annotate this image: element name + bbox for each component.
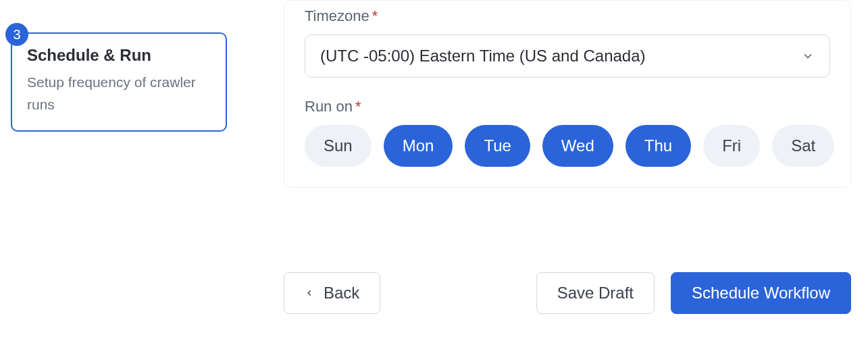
day-selector-row: SunMonTueWedThuFriSat	[305, 125, 830, 167]
schedule-workflow-label: Schedule Workflow	[692, 284, 830, 303]
footer-actions: Back Save Draft Schedule Workflow	[284, 272, 851, 314]
timezone-label: Timezone*	[305, 7, 830, 25]
required-asterisk: *	[372, 7, 378, 24]
day-pill-thu[interactable]: Thu	[626, 125, 691, 167]
step-card-schedule-run[interactable]: 3 Schedule & Run Setup frequency of craw…	[11, 32, 227, 132]
back-button[interactable]: Back	[284, 272, 380, 314]
day-pill-label: Thu	[644, 136, 672, 155]
day-pill-tue[interactable]: Tue	[465, 125, 530, 167]
day-pill-sun[interactable]: Sun	[305, 125, 372, 167]
day-pill-label: Tue	[484, 136, 511, 155]
schedule-form-panel: Timezone* (UTC -05:00) Eastern Time (US …	[284, 0, 851, 188]
run-on-label: Run on*	[305, 98, 830, 115]
save-draft-label: Save Draft	[557, 284, 634, 303]
schedule-workflow-button[interactable]: Schedule Workflow	[671, 272, 851, 314]
step-subtitle: Setup frequency of crawler runs	[27, 72, 211, 115]
chevron-left-icon	[305, 288, 314, 298]
day-pill-fri[interactable]: Fri	[703, 125, 760, 167]
day-pill-wed[interactable]: Wed	[542, 125, 613, 167]
day-pill-label: Sat	[791, 136, 815, 155]
step-title: Schedule & Run	[27, 46, 211, 65]
chevron-down-icon	[801, 49, 815, 63]
timezone-label-text: Timezone	[305, 7, 369, 24]
back-button-label: Back	[324, 284, 359, 303]
day-pill-label: Mon	[403, 136, 434, 155]
timezone-select[interactable]: (UTC -05:00) Eastern Time (US and Canada…	[305, 34, 830, 78]
save-draft-button[interactable]: Save Draft	[536, 272, 655, 314]
day-pill-label: Wed	[561, 136, 594, 155]
footer-right-group: Save Draft Schedule Workflow	[536, 272, 851, 314]
day-pill-mon[interactable]: Mon	[384, 125, 453, 167]
required-asterisk: *	[355, 98, 361, 115]
day-pill-sat[interactable]: Sat	[772, 125, 834, 167]
day-pill-label: Fri	[722, 136, 741, 155]
run-on-label-text: Run on	[305, 98, 353, 115]
day-pill-label: Sun	[324, 136, 353, 155]
step-number-badge: 3	[5, 23, 28, 46]
timezone-selected-value: (UTC -05:00) Eastern Time (US and Canada…	[320, 47, 646, 65]
